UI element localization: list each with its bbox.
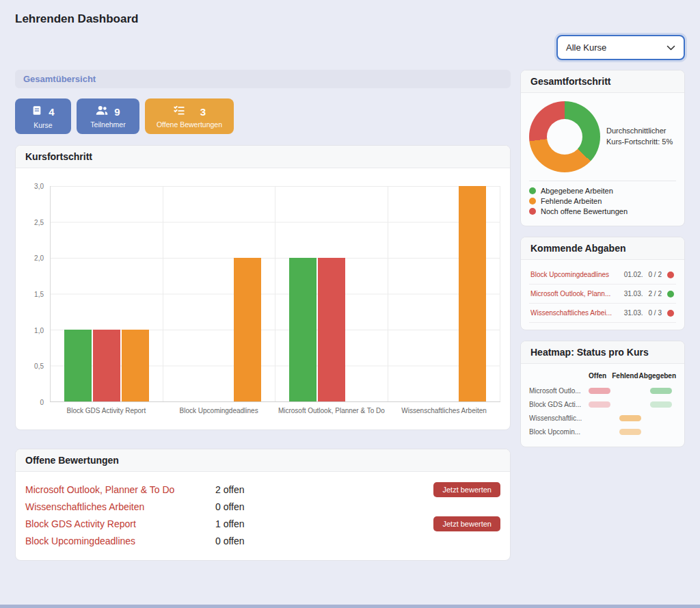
- y-tick-label: 1,5: [34, 291, 44, 298]
- divider: [529, 181, 676, 181]
- heatmap-cell: [615, 415, 645, 421]
- bar-y-axis: 00,51,01,52,02,53,0: [25, 186, 50, 402]
- legend-item: Abgegebene Arbeiten: [529, 187, 676, 195]
- deadline-fraction: 0 / 3: [649, 309, 662, 317]
- heatmap-cell: [645, 401, 676, 408]
- deadline-course-link[interactable]: Microsoft Outlook, Plann...: [530, 290, 619, 298]
- bar-fehlend: [234, 258, 261, 401]
- heatmap-pill: [650, 388, 672, 394]
- kommende-abgaben-card: Kommende Abgaben Block Upcomingdeadlines…: [520, 237, 685, 330]
- stat-card-offene-bewertungen[interactable]: 3 Offene Bewertungen: [145, 98, 234, 134]
- chevron-down-icon: [667, 42, 675, 53]
- stat-card-kurse[interactable]: 4 Kurse: [15, 98, 71, 134]
- heatmap-cell: [584, 388, 615, 394]
- section-gesamtuebersicht: Gesamtübersicht: [15, 70, 511, 88]
- legend-label: Noch offene Bewertungen: [541, 207, 628, 215]
- open-count: 0 offen: [215, 501, 500, 512]
- status-dot: [667, 291, 674, 298]
- heatmap-row-label: Wissenschaftlic...: [529, 414, 584, 422]
- legend-dot: [529, 187, 536, 194]
- bar-x-axis: Block GDS Activity ReportBlock Upcomingd…: [50, 402, 500, 414]
- heatmap-row-label: Block Upcomin...: [529, 428, 584, 436]
- bottom-strip: [0, 605, 700, 608]
- course-link[interactable]: Wissenschaftliches Arbeiten: [25, 501, 215, 512]
- people-icon: [96, 105, 108, 118]
- status-dot: [667, 272, 674, 278]
- stat-card-teilnehmer[interactable]: 9 Teilnehmer: [77, 98, 139, 134]
- main-columns: Gesamtübersicht 4 Kurse: [15, 70, 685, 561]
- bar-offen: [318, 258, 345, 401]
- bewertung-row: Wissenschaftliches Arbeiten0 offen: [25, 498, 500, 515]
- bar-group: [163, 186, 276, 401]
- legend-item: Noch offene Bewertungen: [529, 207, 676, 215]
- heatmap-row: Microsoft Outlo...: [529, 384, 676, 397]
- donut-hole: [547, 119, 582, 155]
- status-dot: [667, 310, 674, 317]
- bewertung-row: Block Upcomingdeadlines0 offen: [25, 532, 500, 549]
- open-count: 2 offen: [215, 484, 433, 495]
- filter-row: Alle Kurse: [15, 35, 685, 60]
- bar-chart: 00,51,01,52,02,53,0 Block GDS Activity R…: [16, 168, 510, 429]
- deadline-course-link[interactable]: Block Upcomingdeadlines: [530, 271, 619, 278]
- jetzt-bewerten-button[interactable]: Jetzt bewerten: [433, 482, 500, 497]
- course-link[interactable]: Block GDS Activity Report: [25, 518, 215, 529]
- bar-group: [51, 186, 163, 401]
- x-category-label: Block GDS Activity Report: [50, 407, 163, 414]
- course-filter-select[interactable]: Alle Kurse: [556, 35, 685, 60]
- donut-legend: Abgegebene ArbeitenFehlende ArbeitenNoch…: [529, 187, 676, 215]
- stats-row: 4 Kurse 9 Teilnehmer: [15, 98, 511, 134]
- donut-area: Durchschnittlicher Kurs-Fortschritt: 5%: [529, 101, 676, 172]
- y-tick-label: 1,0: [34, 326, 44, 334]
- y-tick-label: 2,0: [34, 254, 44, 262]
- y-tick-label: 2,5: [34, 218, 44, 226]
- x-category-label: Wissenschaftliches Arbeiten: [388, 407, 500, 414]
- heatmap-column-label: Fehlend: [611, 372, 638, 380]
- y-tick-label: 0,5: [34, 362, 44, 370]
- bar-fehlend: [122, 330, 149, 401]
- x-category-label: Microsoft Outlook, Planner & To Do: [275, 407, 388, 414]
- legend-item: Fehlende Arbeiten: [529, 197, 676, 205]
- course-link[interactable]: Microsoft Outlook, Planner & To Do: [25, 484, 215, 495]
- bar-group: [388, 186, 501, 401]
- deadline-date: 01.02.: [624, 271, 643, 278]
- progress-caption: Durchschnittlicher Kurs-Fortschritt: 5%: [606, 126, 676, 148]
- page-title: Lehrenden Dashboard: [15, 12, 685, 26]
- legend-label: Fehlende Arbeiten: [541, 197, 602, 205]
- heatmap-pill: [589, 388, 610, 394]
- bar-abgegeben: [64, 330, 92, 401]
- heatmap-row-label: Microsoft Outlo...: [529, 387, 584, 395]
- card-title-kursfortschritt: Kursfortschritt: [16, 146, 510, 168]
- stat-value: 9: [114, 106, 120, 118]
- deadline-row: Wissenschaftliches Arbei...31.03.0 / 3: [529, 304, 676, 323]
- legend-dot: [529, 208, 536, 215]
- card-title-heatmap: Heatmap: Status pro Kurs: [521, 341, 684, 364]
- bewertungen-list: Microsoft Outlook, Planner & To Do2 offe…: [16, 472, 510, 560]
- gesamtfortschritt-body: Durchschnittlicher Kurs-Fortschritt: 5% …: [521, 93, 684, 226]
- book-icon: [31, 105, 42, 119]
- dashboard-page: Lehrenden Dashboard Alle Kurse Gesamtübe…: [0, 0, 700, 561]
- gesamtfortschritt-card: Gesamtfortschritt Durchschnittlicher Kur…: [520, 70, 685, 226]
- stat-top: 4: [31, 105, 54, 119]
- deadline-course-link[interactable]: Wissenschaftliches Arbei...: [530, 309, 619, 317]
- offene-bewertungen-card: Offene Bewertungen Microsoft Outlook, Pl…: [15, 449, 511, 561]
- heatmap-body: OffenFehlendAbgegeben Microsoft Outlo...…: [521, 364, 684, 447]
- stat-label: Kurse: [33, 121, 52, 129]
- heatmap-row: Wissenschaftlic...: [529, 411, 676, 425]
- heatmap-pill: [619, 429, 641, 435]
- course-link[interactable]: Block Upcomingdeadlines: [25, 536, 215, 546]
- section-title: Gesamtübersicht: [23, 74, 96, 84]
- stat-value: 3: [200, 106, 206, 118]
- heatmap-pill: [650, 401, 672, 408]
- heatmap-cell: [645, 388, 676, 394]
- bar-fehlend: [459, 186, 486, 401]
- heatmap-header-row: OffenFehlendAbgegeben: [529, 368, 676, 384]
- heatmap-card: Heatmap: Status pro Kurs OffenFehlendAbg…: [520, 341, 685, 447]
- heatmap-cell: [615, 429, 645, 435]
- heatmap-column-label: Offen: [584, 372, 611, 380]
- deadline-list: Block Upcomingdeadlines01.02.0 / 2Micros…: [521, 260, 684, 330]
- bar-offen: [93, 330, 120, 401]
- bewertung-row: Block GDS Activity Report1 offenJetzt be…: [25, 515, 500, 532]
- heatmap-cell: [584, 401, 615, 408]
- jetzt-bewerten-button[interactable]: Jetzt bewerten: [433, 516, 500, 531]
- deadline-date: 31.03.: [624, 290, 643, 298]
